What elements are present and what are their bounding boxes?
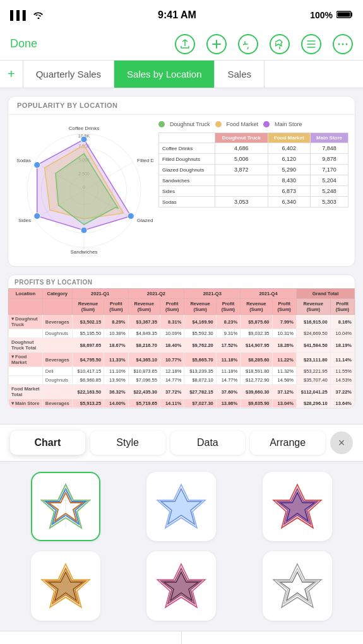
row-food-0: 6,402 <box>268 143 311 154</box>
chart-option-4[interactable] <box>31 551 100 621</box>
row-main-2: 7,170 <box>311 165 348 175</box>
add-button[interactable] <box>206 34 227 54</box>
close-panel-button[interactable]: × <box>330 431 353 454</box>
prow-q3p-2: 17.52% <box>216 338 240 353</box>
svg-rect-1 <box>338 12 350 16</box>
prow-q1p-5: 13.90% <box>104 376 128 385</box>
prow-q4p-6: 37.12% <box>272 385 296 399</box>
prow-q4p-4: 11.32% <box>272 367 296 376</box>
more-button[interactable] <box>333 34 353 54</box>
chart-option-6[interactable] <box>263 551 332 621</box>
tab-data[interactable]: Data <box>170 431 246 455</box>
row-doughnut-3 <box>215 175 268 186</box>
prow-gtr-6: $112,041.25 <box>296 385 330 399</box>
prow-q1p-6: 36.32% <box>104 385 128 399</box>
prow-q3r-5: $8,872.10 <box>184 376 216 385</box>
col-q4: 2021-Q4 <box>241 289 297 299</box>
prow-q2p-4: 12.18% <box>160 367 184 376</box>
list-button[interactable] <box>301 34 321 54</box>
share-button[interactable] <box>175 34 195 54</box>
svg-marker-41 <box>161 489 201 524</box>
col-category: Category <box>42 289 72 299</box>
tab-sales[interactable]: Sales <box>215 61 265 88</box>
prow-q2p-0: 8.31% <box>160 315 184 329</box>
svg-text:Filled Doughnuts: Filled Doughnuts <box>137 158 153 163</box>
sub-q1p: Profit (Sum) <box>104 299 128 315</box>
prow-gtr-1: $24,669.50 <box>296 329 330 338</box>
prow-q2r-2: $8,216.70 <box>128 338 160 353</box>
row-label-5: Sodas <box>159 197 215 208</box>
status-left: ▌▌▌ <box>10 10 44 21</box>
legend-row: Doughnut Truck Food Market Main Store <box>158 121 348 127</box>
prow-q2r-6: $22,435.30 <box>128 385 160 399</box>
sub-q1r: Revenue (Sum) <box>72 299 104 315</box>
prow-gtp-3: 11.14% <box>330 353 354 367</box>
tab-chart[interactable]: Chart <box>10 431 85 455</box>
sub-gtp: Profit (Sum) <box>330 299 354 315</box>
row-food-3: 8,430 <box>268 175 311 186</box>
profits-card: PROFITS BY LOCATION Location Category 20… <box>8 274 355 409</box>
prow-cat-0: Beverages <box>42 315 72 329</box>
edit-references-button[interactable]: Edit References <box>182 631 363 644</box>
prow-cat-3: Beverages <box>42 353 72 367</box>
tab-style[interactable]: Style <box>90 431 165 455</box>
prow-gtr-7: $28,296.10 <box>296 399 330 408</box>
prow-q3r-3: $5,665.70 <box>184 353 216 367</box>
svg-text:Sodas: Sodas <box>16 158 31 163</box>
chart-options-grid <box>0 462 363 631</box>
profits-table-row: ▾ Main Store Beverages $5,913.25 14.00% … <box>9 399 355 408</box>
prow-cat-7: Beverages <box>42 399 72 408</box>
prow-gtp-0: 8.16% <box>330 315 354 329</box>
sub-q3r: Revenue (Sum) <box>184 299 216 315</box>
prow-loc-5 <box>9 376 43 385</box>
row-main-3: 5,204 <box>311 175 348 186</box>
prow-q2p-7: 14.11% <box>160 399 184 408</box>
svg-marker-53 <box>280 572 314 600</box>
chart-option-5[interactable] <box>146 551 216 621</box>
battery-label: 100% <box>310 10 333 20</box>
prow-loc-7: ▾ Main Store <box>9 399 43 408</box>
prow-gtr-3: $23,111.80 <box>296 353 330 367</box>
prow-q2p-2: 18.40% <box>160 338 184 353</box>
profits-table-row: Food Market Total $22,163.50 36.32% $22,… <box>9 385 355 399</box>
popularity-table-row: Sodas 3,053 6,340 5,303 <box>159 197 348 208</box>
table-header-food: Food Market <box>268 133 311 143</box>
tab-sales-by-location[interactable]: Sales by Location <box>114 61 215 88</box>
radar-chart-container[interactable]: 7,500 5,000 2,500 0 Coffee Drinks 10.9K <box>15 121 153 260</box>
prow-q4r-0: $5,875.60 <box>241 315 272 329</box>
svg-text:Sandwiches: Sandwiches <box>70 249 97 255</box>
pin-button[interactable] <box>270 34 290 54</box>
popularity-table-row: Coffee Drinks 4,686 6,402 7,848 <box>159 143 348 154</box>
edit-series-button[interactable]: Edit Series <box>0 631 181 644</box>
svg-point-34 <box>34 162 40 168</box>
tabs-bar: + Quarterly Sales Sales by Location Sale… <box>0 61 363 88</box>
svg-marker-52 <box>277 568 318 604</box>
content-area: POPULARITY BY LOCATION <box>0 88 363 424</box>
tabs-add-button[interactable]: + <box>0 61 23 88</box>
prow-gtp-6: 37.22% <box>330 385 354 399</box>
radar-section: 7,500 5,000 2,500 0 Coffee Drinks 10.9K <box>8 115 355 266</box>
prow-q4r-5: $12,772.90 <box>241 376 272 385</box>
undo-button[interactable] <box>238 34 258 54</box>
row-food-5: 6,340 <box>268 197 311 208</box>
prow-q1p-3: 11.33% <box>104 353 128 367</box>
profits-section[interactable]: Location Category 2021-Q1 2021-Q2 2021-Q… <box>8 288 355 408</box>
chart-option-2[interactable] <box>146 472 216 541</box>
svg-point-2 <box>338 43 340 45</box>
prow-cat-4: Deli <box>42 367 72 376</box>
prow-q3r-7: $7,027.30 <box>184 399 216 408</box>
popularity-header: POPULARITY BY LOCATION <box>8 97 355 115</box>
prow-q4r-3: $8,285.60 <box>241 353 272 367</box>
col-location: Location <box>9 289 43 299</box>
prow-q1r-5: $6,960.85 <box>72 376 104 385</box>
prow-q2p-1: 10.09% <box>160 329 184 338</box>
tab-quarterly-sales[interactable]: Quarterly Sales <box>23 61 114 88</box>
tab-arrange[interactable]: Arrange <box>250 431 325 455</box>
done-button[interactable]: Done <box>10 37 37 50</box>
chart-option-3[interactable] <box>263 472 332 541</box>
chart-option-1[interactable] <box>31 472 100 541</box>
prow-q1p-7: 14.00% <box>104 399 128 408</box>
col-grand: Grand Total <box>296 289 354 299</box>
prow-q4r-7: $9,635.90 <box>241 399 272 408</box>
prow-cat-1: Doughnuts <box>42 329 72 338</box>
